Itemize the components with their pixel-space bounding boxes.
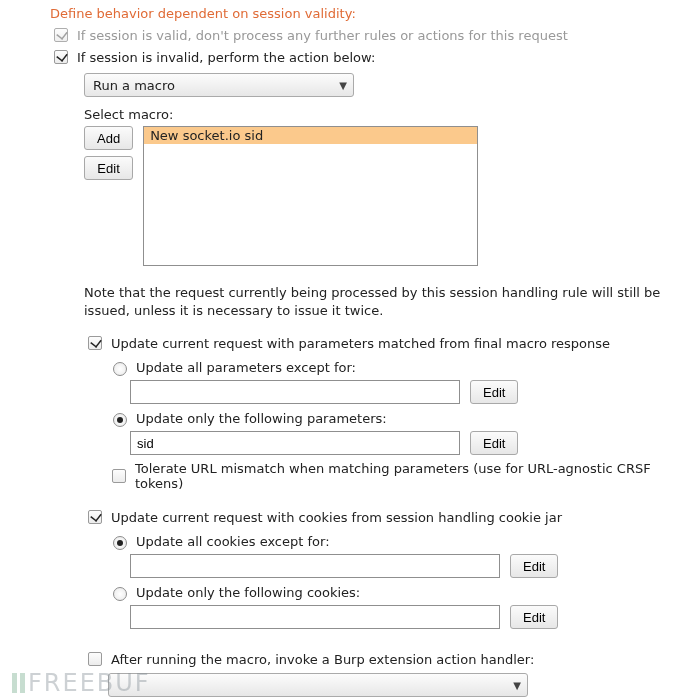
edit-button[interactable]: Edit — [84, 156, 133, 180]
cookies-only-edit-button[interactable]: Edit — [510, 605, 558, 629]
cookies-only-radio[interactable] — [113, 587, 127, 601]
params-except-edit-button[interactable]: Edit — [470, 380, 518, 404]
params-only-input[interactable] — [130, 431, 460, 455]
valid-session-label: If session is valid, don't process any f… — [77, 28, 568, 43]
update-cookies-checkbox[interactable] — [88, 510, 102, 524]
valid-session-checkbox — [54, 28, 68, 42]
add-button[interactable]: Add — [84, 126, 133, 150]
cookies-except-radio[interactable] — [113, 536, 127, 550]
chevron-down-icon: ▼ — [513, 680, 521, 691]
after-macro-label: After running the macro, invoke a Burp e… — [111, 652, 534, 667]
update-params-checkbox[interactable] — [88, 336, 102, 350]
params-except-label: Update all parameters except for: — [136, 360, 356, 375]
action-combo[interactable]: Run a macro ▼ — [84, 73, 354, 97]
tolerate-url-label: Tolerate URL mismatch when matching para… — [135, 461, 684, 491]
after-macro-checkbox[interactable] — [88, 652, 102, 666]
section-heading: Define behavior dependent on session val… — [50, 6, 684, 21]
valid-session-row: If session is valid, don't process any f… — [50, 25, 684, 45]
cookies-except-edit-button[interactable]: Edit — [510, 554, 558, 578]
cookies-except-label: Update all cookies except for: — [136, 534, 330, 549]
action-combo-value: Run a macro — [93, 78, 175, 93]
params-only-edit-button[interactable]: Edit — [470, 431, 518, 455]
invalid-session-label: If session is invalid, perform the actio… — [77, 50, 375, 65]
list-item[interactable]: New socket.io sid — [144, 127, 477, 144]
params-except-radio[interactable] — [113, 362, 127, 376]
tolerate-url-checkbox[interactable] — [112, 469, 126, 483]
params-except-input[interactable] — [130, 380, 460, 404]
invalid-session-row: If session is invalid, perform the actio… — [50, 47, 684, 67]
cookies-only-label: Update only the following cookies: — [136, 585, 360, 600]
extension-handler-combo[interactable]: ▼ — [108, 673, 528, 697]
macro-list[interactable]: New socket.io sid — [143, 126, 478, 266]
cookies-except-input[interactable] — [130, 554, 500, 578]
select-macro-label: Select macro: — [84, 107, 173, 122]
update-params-label: Update current request with parameters m… — [111, 336, 610, 351]
macro-area: Add Edit New socket.io sid ▶ — [84, 126, 684, 266]
chevron-down-icon: ▼ — [339, 80, 347, 91]
session-rule-panel: Define behavior dependent on session val… — [0, 0, 690, 697]
cookies-only-input[interactable] — [130, 605, 500, 629]
invalid-session-checkbox[interactable] — [54, 50, 68, 64]
note-text: Note that the request currently being pr… — [84, 284, 684, 319]
update-cookies-label: Update current request with cookies from… — [111, 510, 562, 525]
params-only-radio[interactable] — [113, 413, 127, 427]
params-only-label: Update only the following parameters: — [136, 411, 387, 426]
